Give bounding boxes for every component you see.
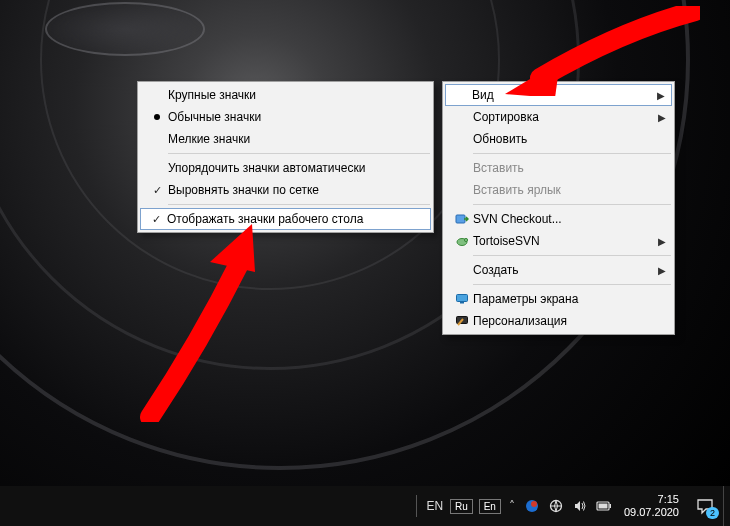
menu-item-label: Обновить bbox=[473, 132, 652, 146]
menu-item-label: Сортировка bbox=[473, 110, 652, 124]
menu-item-label: TortoiseSVN bbox=[473, 234, 652, 248]
menu-item-view[interactable]: Вид ▶ bbox=[445, 84, 672, 106]
menu-item-align-to-grid[interactable]: ✓ Выровнять значки по сетке bbox=[140, 179, 431, 201]
menu-item-label: Крупные значки bbox=[168, 88, 411, 102]
tray-battery-icon[interactable] bbox=[595, 497, 613, 515]
taskbar-clock[interactable]: 7:15 09.07.2020 bbox=[624, 493, 679, 519]
menu-separator bbox=[473, 204, 671, 205]
menu-item-tortoisesvn[interactable]: TortoiseSVN ▶ bbox=[445, 230, 672, 252]
submenu-arrow-icon: ▶ bbox=[658, 236, 666, 247]
menu-item-paste-shortcut: Вставить ярлык bbox=[445, 179, 672, 201]
menu-item-label: Отображать значки рабочего стола bbox=[167, 212, 411, 226]
tray-volume-icon[interactable] bbox=[571, 497, 589, 515]
menu-item-auto-arrange[interactable]: Упорядочить значки автоматически bbox=[140, 157, 431, 179]
display-settings-icon bbox=[451, 292, 473, 306]
menu-item-label: Вставить bbox=[473, 161, 652, 175]
svg-rect-12 bbox=[609, 504, 611, 508]
svn-checkout-icon bbox=[451, 212, 473, 226]
tray-language-indicator[interactable]: EN bbox=[426, 497, 444, 515]
svg-rect-3 bbox=[457, 295, 468, 302]
menu-item-label: Создать bbox=[473, 263, 652, 277]
menu-item-label: Мелкие значки bbox=[168, 132, 411, 146]
tortoisesvn-icon bbox=[451, 234, 473, 248]
view-submenu: Крупные значки Обычные значки Мелкие зна… bbox=[137, 81, 434, 233]
svg-rect-13 bbox=[598, 504, 607, 509]
tray-lang-ru[interactable]: Ru bbox=[450, 499, 473, 514]
checkmark-icon: ✓ bbox=[146, 213, 167, 226]
submenu-arrow-icon: ▶ bbox=[658, 265, 666, 276]
tray-network-icon[interactable] bbox=[547, 497, 565, 515]
menu-item-large-icons[interactable]: Крупные значки bbox=[140, 84, 431, 106]
checkmark-icon: ✓ bbox=[146, 184, 168, 197]
menu-item-label: Параметры экрана bbox=[473, 292, 652, 306]
menu-separator bbox=[473, 255, 671, 256]
clock-date: 09.07.2020 bbox=[624, 506, 679, 519]
menu-item-label: Обычные значки bbox=[168, 110, 411, 124]
taskbar[interactable]: EN Ru En ˄ 7:15 09.07.2020 2 bbox=[0, 486, 730, 526]
menu-item-small-icons[interactable]: Мелкие значки bbox=[140, 128, 431, 150]
tray-lang-en[interactable]: En bbox=[479, 499, 501, 514]
menu-item-personalize[interactable]: Персонализация bbox=[445, 310, 672, 332]
notification-badge: 2 bbox=[706, 507, 719, 519]
desktop-context-menu: Вид ▶ Сортировка ▶ Обновить Вставить Вст… bbox=[442, 81, 675, 335]
action-center-button[interactable]: 2 bbox=[693, 494, 717, 518]
menu-item-sort[interactable]: Сортировка ▶ bbox=[445, 106, 672, 128]
menu-separator bbox=[168, 153, 430, 154]
menu-item-label: Персонализация bbox=[473, 314, 652, 328]
submenu-arrow-icon: ▶ bbox=[658, 112, 666, 123]
show-desktop-button[interactable] bbox=[723, 486, 728, 526]
menu-item-label: SVN Checkout... bbox=[473, 212, 652, 226]
radio-selected-icon bbox=[146, 114, 168, 120]
svg-point-9 bbox=[531, 501, 537, 507]
menu-item-svn-checkout[interactable]: SVN Checkout... bbox=[445, 208, 672, 230]
menu-item-label: Выровнять значки по сетке bbox=[168, 183, 411, 197]
menu-separator bbox=[473, 153, 671, 154]
menu-item-show-desktop-icons[interactable]: ✓ Отображать значки рабочего стола bbox=[140, 208, 431, 230]
personalize-icon bbox=[451, 314, 473, 328]
clock-time: 7:15 bbox=[658, 493, 679, 506]
menu-item-paste: Вставить bbox=[445, 157, 672, 179]
menu-item-refresh[interactable]: Обновить bbox=[445, 128, 672, 150]
menu-separator bbox=[473, 284, 671, 285]
menu-item-label: Упорядочить значки автоматически bbox=[168, 161, 411, 175]
menu-separator bbox=[168, 204, 430, 205]
menu-item-label: Вставить ярлык bbox=[473, 183, 652, 197]
svg-rect-0 bbox=[456, 215, 465, 223]
svg-rect-4 bbox=[460, 302, 464, 304]
tray-overflow-chevron-icon[interactable]: ˄ bbox=[504, 499, 520, 513]
tray-app-icon[interactable] bbox=[523, 497, 541, 515]
menu-item-display-settings[interactable]: Параметры экрана bbox=[445, 288, 672, 310]
svg-point-2 bbox=[464, 238, 467, 241]
submenu-arrow-icon: ▶ bbox=[657, 90, 665, 101]
menu-item-medium-icons[interactable]: Обычные значки bbox=[140, 106, 431, 128]
taskbar-separator bbox=[416, 495, 417, 517]
menu-item-label: Вид bbox=[472, 88, 652, 102]
menu-item-new[interactable]: Создать ▶ bbox=[445, 259, 672, 281]
